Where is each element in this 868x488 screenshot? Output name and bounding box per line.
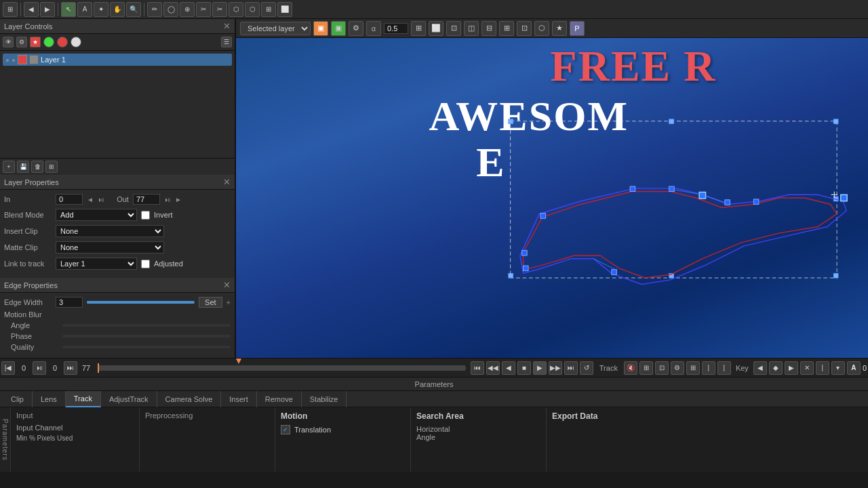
circle-tool-btn[interactable]: ◯ [163, 2, 178, 17]
lp-delete-btn[interactable]: 🗑 [31, 161, 43, 173]
key-add-btn[interactable]: ◆ [769, 361, 783, 375]
out-value-input[interactable] [133, 194, 160, 205]
select2-tool-btn[interactable]: ⬜ [277, 2, 292, 17]
edge-width-plus-icon[interactable]: + [226, 298, 231, 306]
cut-tool-btn[interactable]: ✂ [196, 2, 211, 17]
lp-expand-btn[interactable]: ⊞ [45, 161, 58, 173]
viewer-settings1-btn[interactable]: ⚙ [349, 21, 363, 36]
track-marker2-btn[interactable]: | [717, 361, 731, 375]
loop-btn[interactable]: ↺ [580, 361, 593, 375]
step-fwd-btn[interactable]: ▶▶ [549, 361, 562, 375]
timeline-scrubber[interactable] [98, 365, 466, 371]
layer-color-swatch[interactable] [18, 55, 27, 64]
layer-controls-close[interactable]: ✕ [223, 21, 231, 31]
tl-frame-current-btn[interactable]: ⏯ [33, 361, 46, 375]
play-fwd-btn[interactable]: ▶ [533, 361, 547, 375]
play-back-btn[interactable]: ◀ [502, 361, 515, 375]
viewer-analyze-btn[interactable]: ⊡ [517, 21, 532, 36]
layer-color2-swatch[interactable] [29, 55, 39, 64]
tab-adjust-track[interactable]: AdjustTrack [101, 391, 157, 407]
lp-save-btn[interactable]: 💾 [17, 161, 29, 173]
anim-btn[interactable]: A [847, 361, 861, 375]
viewer-crop-btn[interactable]: ⊡ [446, 21, 461, 36]
tab-camera-solve[interactable]: Camera Solve [157, 391, 222, 407]
matte-clip-select[interactable]: None [56, 241, 164, 253]
viewer-waveform-btn[interactable]: ⊞ [499, 21, 514, 36]
angle-slider[interactable] [62, 324, 231, 327]
tab-clip[interactable]: Clip [3, 391, 33, 407]
track-solo-btn[interactable]: ⊞ [639, 361, 653, 375]
tab-insert[interactable]: Insert [221, 391, 257, 407]
insert-clip-select[interactable]: None [56, 225, 164, 237]
settings-icon[interactable]: ⚙ [16, 37, 27, 47]
track-expand-btn[interactable]: ⊞ [686, 361, 700, 375]
play-in-icon[interactable]: ⏯ [98, 196, 104, 203]
key-next-btn[interactable]: ▶ [785, 361, 798, 375]
layer-lock-icon[interactable]: ● [12, 56, 16, 64]
jump-start-btn[interactable]: ⏮ [471, 361, 484, 375]
tab-remove[interactable]: Remove [257, 391, 302, 407]
step-back-btn[interactable]: ◀◀ [486, 361, 500, 375]
add-tool-btn[interactable]: ⊞ [261, 2, 276, 17]
type-tool-btn[interactable]: A [77, 2, 92, 17]
viewer-color-btn[interactable]: ▣ [313, 21, 328, 36]
select-tool-btn[interactable]: ↖ [61, 2, 76, 17]
opacity-input[interactable] [384, 23, 408, 34]
circle-green-icon[interactable] [43, 37, 54, 47]
tab-track[interactable]: Track [66, 391, 101, 407]
star-tool-btn[interactable]: ✦ [94, 2, 108, 17]
circle-white-icon[interactable] [71, 37, 81, 47]
layer-1-row[interactable]: ● ● Layer 1 [3, 54, 232, 66]
layer-eye-icon[interactable]: ● [5, 56, 9, 64]
back-btn[interactable]: ◀ [24, 2, 39, 17]
out-play-icon[interactable]: ⏯ [164, 196, 171, 203]
stop-btn[interactable]: ■ [517, 361, 531, 375]
viewer-frame-btn[interactable]: ⬜ [429, 21, 443, 36]
tl-frame-start-btn[interactable]: |◀ [1, 361, 15, 375]
track-marker-btn[interactable]: | [702, 361, 715, 375]
edge-width-slider[interactable] [87, 301, 195, 304]
invert-checkbox[interactable] [141, 211, 150, 220]
viewer-page-btn[interactable]: P [570, 21, 585, 36]
key-options-btn[interactable]: | [816, 361, 829, 375]
track-mute-btn[interactable]: 🔇 [624, 361, 637, 375]
circle-red-icon[interactable] [57, 37, 68, 47]
viewer-grid-btn[interactable]: ⊞ [411, 21, 426, 36]
viewer-scope-btn[interactable]: ⊟ [481, 21, 496, 36]
zoom-tool-btn[interactable]: 🔍 [126, 2, 141, 17]
key-delete-btn[interactable]: ✕ [800, 361, 814, 375]
edge-properties-close[interactable]: ✕ [223, 280, 231, 290]
hex-tool-btn[interactable]: ⬡ [229, 2, 243, 17]
forward-btn[interactable]: ▶ [40, 2, 55, 17]
lp-new-btn[interactable]: + [3, 161, 15, 173]
tab-lens[interactable]: Lens [33, 391, 66, 407]
eye-icon[interactable]: 👁 [3, 37, 14, 47]
key-expand-btn[interactable]: ▾ [831, 361, 845, 375]
hand-tool-btn[interactable]: ✋ [110, 2, 125, 17]
phase-slider[interactable] [62, 335, 231, 338]
cut2-tool-btn[interactable]: ✂ [212, 2, 227, 17]
rect-tool-btn[interactable]: ⊕ [180, 2, 195, 17]
jump-end-btn[interactable]: ⏭ [564, 361, 578, 375]
translation-checkbox[interactable]: ✓ [281, 425, 290, 434]
viewer-star-btn[interactable]: ★ [552, 21, 567, 36]
tl-step-btn[interactable]: ⏭ [64, 361, 77, 375]
in-arrow-left[interactable]: ◄ [87, 196, 94, 203]
edge-width-set-btn[interactable]: Set [199, 297, 222, 308]
viewer-track-btn[interactable]: ⬡ [534, 21, 549, 36]
key-prev-btn[interactable]: ◀ [753, 361, 767, 375]
adjusted-checkbox[interactable] [141, 260, 150, 268]
out-arrow-right[interactable]: ► [175, 196, 182, 203]
viewer-lut-btn[interactable]: ◫ [464, 21, 479, 36]
track-lock-btn[interactable]: ⊡ [655, 361, 669, 375]
viewer-green-btn[interactable]: ▣ [331, 21, 346, 36]
track-tool-btn[interactable]: ⬡ [245, 2, 260, 17]
blend-mode-select[interactable]: Add Normal Multiply [56, 209, 137, 221]
star-small-icon[interactable]: ★ [30, 37, 41, 47]
edge-width-input[interactable] [56, 297, 83, 308]
quality-slider[interactable] [62, 346, 231, 348]
panel-menu-icon[interactable]: ☰ [221, 37, 232, 47]
link-track-select[interactable]: Layer 1 [56, 258, 137, 270]
track-settings-btn[interactable]: ⚙ [671, 361, 684, 375]
layer-properties-close[interactable]: ✕ [223, 177, 231, 187]
